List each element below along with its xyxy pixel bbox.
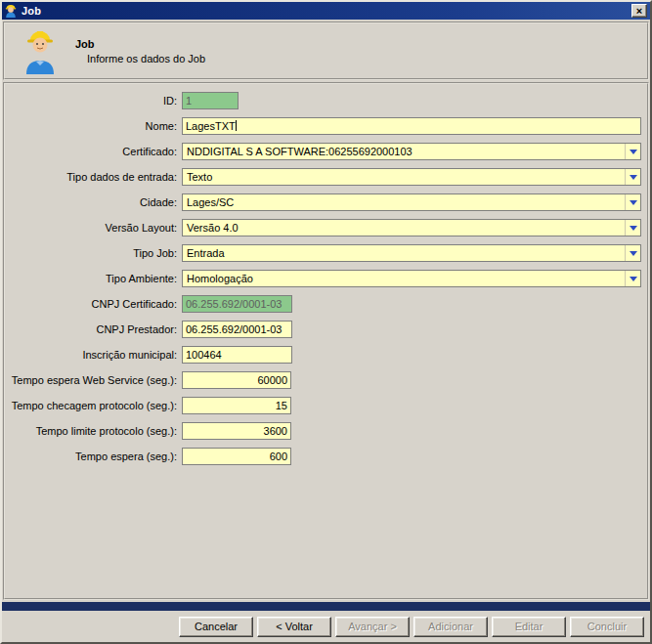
tipo-ambiente-combo[interactable]: Homologação bbox=[182, 270, 641, 287]
cidade-label: Cidade: bbox=[5, 196, 182, 208]
tipo-dados-label: Tipo dados de entrada: bbox=[5, 171, 182, 183]
field-row-cnpj-prestador: CNPJ Prestador: bbox=[5, 321, 641, 338]
chevron-down-icon bbox=[630, 200, 637, 205]
separator-band bbox=[2, 602, 650, 611]
cnpj-certificado-label: CNPJ Certificado: bbox=[5, 298, 182, 310]
dropdown-arrow-icon[interactable] bbox=[625, 144, 640, 159]
id-label: ID: bbox=[5, 95, 182, 107]
tipo-job-combo[interactable]: Entrada bbox=[182, 244, 641, 262]
tempo-limite-label: Tempo limite protocolo (seg.): bbox=[5, 425, 182, 437]
cnpj-prestador-label: CNPJ Prestador: bbox=[5, 323, 182, 335]
cidade-combo[interactable]: Lages/SC bbox=[182, 193, 641, 211]
chevron-down-icon bbox=[630, 251, 637, 256]
header-texts: Job Informe os dados do Job bbox=[75, 38, 205, 64]
header-subtitle: Informe os dados do Job bbox=[75, 53, 205, 64]
field-row-tempo-checagem: Tempo checagem protocolo (seg.): bbox=[5, 397, 641, 414]
certificado-label: Certificado: bbox=[5, 146, 182, 157]
cancelar-button[interactable]: Cancelar bbox=[179, 617, 253, 637]
tipo-ambiente-value: Homologação bbox=[183, 273, 625, 284]
field-row-tempo-espera-ws: Tempo espera Web Service (seg.): bbox=[5, 371, 641, 389]
voltar-button[interactable]: < Voltar bbox=[257, 617, 331, 637]
certificado-value: NDDIGITAL S A SOFTWARE:06255692000103 bbox=[183, 146, 625, 157]
job-window-icon bbox=[4, 4, 18, 18]
text-caret bbox=[236, 120, 237, 131]
job-dialog: Job × Job Informe os dados do Job ID: No… bbox=[0, 0, 652, 644]
field-row-tipo-ambiente: Tipo Ambiente: Homologação bbox=[5, 270, 641, 287]
tipo-ambiente-label: Tipo Ambiente: bbox=[5, 273, 182, 284]
dropdown-arrow-icon[interactable] bbox=[625, 245, 640, 261]
field-row-versao-layout: Versão Layout: Versão 4.0 bbox=[5, 219, 641, 236]
certificado-combo[interactable]: NDDIGITAL S A SOFTWARE:06255692000103 bbox=[182, 143, 641, 160]
field-row-cnpj-certificado: CNPJ Certificado: bbox=[5, 295, 641, 313]
tipo-dados-value: Texto bbox=[183, 171, 625, 183]
header-title: Job bbox=[75, 38, 205, 50]
field-row-certificado: Certificado: NDDIGITAL S A SOFTWARE:0625… bbox=[5, 143, 641, 160]
header-panel: Job Informe os dados do Job bbox=[3, 21, 649, 80]
cnpj-prestador-field[interactable] bbox=[182, 321, 292, 338]
editar-button: Editar bbox=[492, 617, 566, 637]
nome-label: Nome: bbox=[5, 120, 182, 132]
field-row-cidade: Cidade: Lages/SC bbox=[5, 193, 641, 211]
cnpj-certificado-field bbox=[182, 295, 292, 313]
tempo-checagem-protocolo-field[interactable] bbox=[182, 397, 291, 414]
tipo-dados-combo[interactable]: Texto bbox=[182, 168, 641, 186]
versao-layout-value: Versão 4.0 bbox=[183, 222, 625, 234]
nome-input[interactable]: LagesTXT bbox=[182, 117, 641, 135]
tempo-espera-ws-label: Tempo espera Web Service (seg.): bbox=[5, 374, 182, 386]
versao-layout-combo[interactable]: Versão 4.0 bbox=[182, 219, 641, 236]
concluir-button: Concluir bbox=[570, 617, 644, 637]
avancar-button: Avançar > bbox=[335, 617, 410, 637]
worker-icon bbox=[21, 26, 60, 75]
field-row-inscricao-municipal: Inscrição municipal: bbox=[5, 346, 641, 364]
close-button[interactable]: × bbox=[631, 4, 647, 18]
field-row-tempo-espera: Tempo espera (seg.): bbox=[5, 448, 641, 465]
tempo-checagem-label: Tempo checagem protocolo (seg.): bbox=[5, 400, 182, 411]
form-panel: ID: Nome: LagesTXT Certificado: NDDIGITA… bbox=[3, 82, 649, 600]
nome-value: LagesTXT bbox=[186, 120, 236, 132]
tempo-espera-web-service-field[interactable] bbox=[182, 371, 291, 389]
cidade-value: Lages/SC bbox=[183, 196, 625, 208]
tempo-espera-label: Tempo espera (seg.): bbox=[5, 451, 182, 462]
dropdown-arrow-icon[interactable] bbox=[625, 169, 640, 185]
chevron-down-icon bbox=[630, 150, 637, 154]
field-row-id: ID: bbox=[5, 92, 641, 109]
field-row-tipo-dados: Tipo dados de entrada: Texto bbox=[5, 168, 641, 186]
adicionar-button: Adicionar bbox=[413, 617, 488, 637]
tipo-job-label: Tipo Job: bbox=[5, 247, 182, 259]
dropdown-arrow-icon[interactable] bbox=[625, 220, 640, 236]
versao-layout-label: Versão Layout: bbox=[5, 222, 182, 234]
chevron-down-icon bbox=[630, 277, 637, 281]
tempo-espera-field[interactable] bbox=[182, 448, 291, 465]
window-title: Job bbox=[22, 5, 631, 17]
dropdown-arrow-icon[interactable] bbox=[625, 194, 640, 210]
inscricao-municipal-field[interactable] bbox=[182, 346, 292, 364]
chevron-down-icon bbox=[630, 226, 637, 231]
chevron-down-icon bbox=[630, 175, 637, 180]
field-row-tempo-limite: Tempo limite protocolo (seg.): bbox=[5, 422, 641, 440]
dropdown-arrow-icon[interactable] bbox=[625, 271, 640, 286]
field-row-nome: Nome: LagesTXT bbox=[5, 117, 641, 135]
close-icon: × bbox=[636, 6, 642, 17]
id-field bbox=[182, 92, 239, 109]
tempo-limite-protocolo-field[interactable] bbox=[182, 422, 291, 440]
button-panel: Cancelar < Voltar Avançar > Adicionar Ed… bbox=[2, 611, 650, 642]
inscricao-municipal-label: Inscrição municipal: bbox=[5, 349, 182, 361]
tipo-job-value: Entrada bbox=[183, 247, 625, 259]
field-row-tipo-job: Tipo Job: Entrada bbox=[5, 244, 641, 262]
titlebar: Job × bbox=[2, 2, 650, 20]
